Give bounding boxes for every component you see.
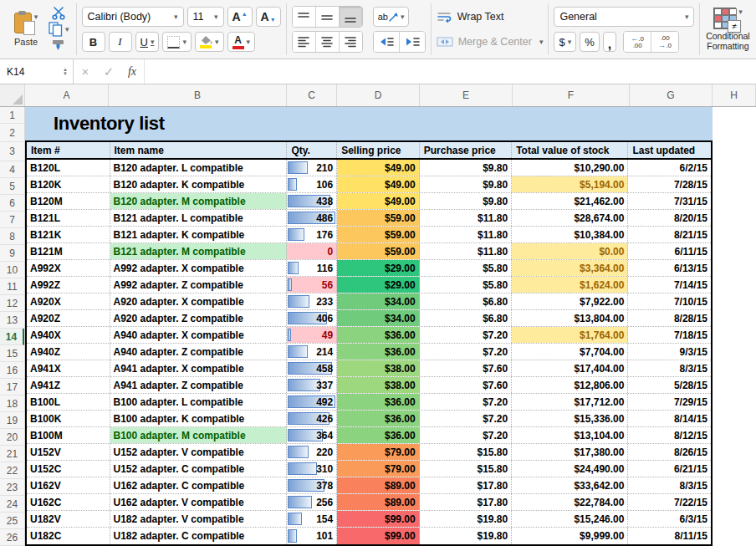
cell-selling-price[interactable]: $79.00 (337, 461, 420, 477)
cell-selling-price[interactable]: $59.00 (337, 210, 420, 226)
cell-name[interactable]: A941 adapter. Z compatible (110, 377, 288, 393)
cell-qty[interactable]: 220 (287, 444, 337, 460)
row-header-11[interactable]: 11 (0, 278, 24, 295)
copy-button[interactable]: ▾ (47, 21, 71, 37)
cell-purchase-price[interactable]: $7.20 (420, 427, 512, 443)
underline-button[interactable]: U ▾ (135, 32, 160, 52)
cell-last-updated[interactable]: 8/3/15 (628, 360, 711, 376)
cell-item[interactable]: U182V (27, 511, 110, 527)
cell-qty[interactable]: 233 (287, 293, 337, 309)
cell-name[interactable]: U182 adapter. V compatible (110, 511, 288, 527)
cell-purchase-price[interactable]: $15.80 (420, 461, 512, 477)
cell-purchase-price[interactable]: $7.20 (420, 394, 512, 410)
cell-purchase-price[interactable]: $11.80 (420, 227, 512, 242)
row-header-4[interactable]: 4 (0, 161, 24, 178)
align-middle-button[interactable] (316, 7, 340, 27)
cell-item[interactable]: A941X (27, 360, 110, 376)
paste-button[interactable]: ▾ Paste (7, 3, 45, 55)
cell-selling-price[interactable]: $29.00 (337, 260, 420, 276)
cut-button[interactable] (47, 5, 71, 21)
cell-total-value[interactable]: $13,104.00 (512, 427, 628, 443)
borders-button[interactable]: ▾ (162, 32, 192, 52)
cell-total-value[interactable]: $10,290.00 (512, 160, 628, 176)
cell-name[interactable]: B100 adapter. L compatible (110, 394, 288, 410)
format-painter-button[interactable] (47, 38, 71, 54)
cell-selling-price[interactable]: $59.00 (337, 227, 420, 242)
cell-name[interactable]: B121 adapter. K compatible (110, 227, 288, 242)
cell-item[interactable]: B120L (27, 160, 110, 176)
cell-last-updated[interactable]: 6/13/15 (628, 260, 711, 276)
cell-name[interactable]: U162 adapter. C compatible (110, 477, 288, 493)
row-header-12[interactable]: 12 (0, 295, 24, 312)
cell-total-value[interactable]: $24,490.00 (512, 461, 628, 477)
font-name-select[interactable]: Calibri (Body) ▾ (82, 7, 184, 27)
cell-purchase-price[interactable]: $6.80 (420, 293, 512, 309)
cell-name[interactable]: B120 adapter. K compatible (110, 176, 288, 192)
table-header-4[interactable]: Selling price (337, 142, 420, 158)
cell-qty[interactable]: 256 (287, 494, 337, 510)
row-header-25[interactable]: 25 (0, 513, 24, 529)
cell-total-value[interactable]: $15,246.00 (512, 511, 628, 527)
cell-name[interactable]: B100 adapter. M compatible (110, 427, 288, 443)
enter-icon[interactable]: ✓ (97, 64, 120, 79)
column-header-F[interactable]: F (513, 84, 630, 106)
row-header-3[interactable]: 3 (0, 142, 24, 161)
cell-qty[interactable]: 337 (287, 377, 337, 393)
table-header-2[interactable]: Item name (110, 142, 288, 158)
merge-center-button[interactable]: Merge & Center ▾ (437, 31, 544, 53)
column-header-A[interactable]: A (25, 84, 109, 106)
name-box-stepper[interactable]: ▲▼ (63, 68, 73, 76)
row-header-16[interactable]: 16 (0, 362, 24, 379)
cell-last-updated[interactable]: 6/21/15 (628, 461, 711, 477)
orientation-button[interactable]: ab ▾ (373, 7, 410, 27)
cell-total-value[interactable]: $28,674.00 (512, 210, 628, 226)
percent-style-button[interactable]: % (580, 32, 600, 52)
cell-selling-price[interactable]: $49.00 (337, 160, 420, 176)
cell-purchase-price[interactable]: $7.20 (420, 344, 512, 360)
row-header-19[interactable]: 19 (0, 412, 24, 429)
cell-item[interactable]: A920X (27, 293, 110, 309)
cell-qty[interactable]: 492 (287, 394, 337, 410)
cell-item[interactable]: B121M (27, 243, 110, 259)
cell-last-updated[interactable]: 8/12/15 (628, 427, 711, 443)
cell-qty[interactable]: 176 (287, 227, 337, 242)
cell-item[interactable]: U152V (27, 444, 110, 460)
cell-qty[interactable]: 458 (287, 360, 337, 376)
cell-total-value[interactable]: $1,764.00 (512, 327, 628, 343)
cell-item[interactable]: B120K (27, 176, 110, 192)
cell-selling-price[interactable]: $34.00 (337, 310, 420, 326)
cell-selling-price[interactable]: $29.00 (337, 277, 420, 293)
select-all-corner[interactable] (0, 84, 25, 106)
row-header-26[interactable]: 26 (0, 529, 24, 546)
name-box[interactable]: K14 ▲▼ (0, 59, 74, 84)
cell-last-updated[interactable]: 8/20/15 (628, 210, 711, 226)
cell-name[interactable]: B120 adapter. L compatible (110, 160, 288, 176)
formula-input[interactable] (144, 59, 756, 84)
row-header-5[interactable]: 5 (0, 178, 24, 195)
cell-item[interactable]: U162C (27, 494, 110, 510)
cell-total-value[interactable]: $1,624.00 (512, 277, 628, 293)
increase-indent-button[interactable] (400, 32, 425, 52)
cell-purchase-price[interactable]: $7.60 (420, 377, 512, 393)
cell-name[interactable]: A920 adapter. X compatible (110, 293, 288, 309)
insert-function-icon[interactable]: fx (120, 65, 144, 79)
cell-qty[interactable]: 406 (287, 310, 337, 326)
align-bottom-button[interactable] (340, 7, 362, 27)
cell-selling-price[interactable]: $99.00 (337, 511, 420, 527)
row-header-18[interactable]: 18 (0, 395, 24, 412)
cell-purchase-price[interactable]: $19.80 (420, 511, 512, 527)
cell-name[interactable]: U162 adapter. V compatible (110, 494, 288, 510)
cell-total-value[interactable]: $17,404.00 (512, 360, 628, 376)
cell-qty[interactable]: 378 (287, 477, 337, 493)
cell-name[interactable]: A941 adapter. X compatible (110, 360, 288, 376)
cell-last-updated[interactable]: 8/26/15 (628, 444, 711, 460)
number-format-select[interactable]: General ▾ (554, 7, 694, 27)
cell-total-value[interactable]: $22,784.00 (512, 494, 628, 510)
cell-last-updated[interactable]: 8/21/15 (628, 227, 711, 242)
cell-total-value[interactable]: $17,380.00 (512, 444, 628, 460)
cell-item[interactable]: A941Z (27, 377, 110, 393)
cell-last-updated[interactable]: 6/2/15 (628, 160, 711, 176)
cell-item[interactable]: B121L (27, 210, 110, 226)
row-header-14[interactable]: 14 (0, 329, 24, 345)
wrap-text-button[interactable]: Wrap Text (437, 6, 544, 28)
